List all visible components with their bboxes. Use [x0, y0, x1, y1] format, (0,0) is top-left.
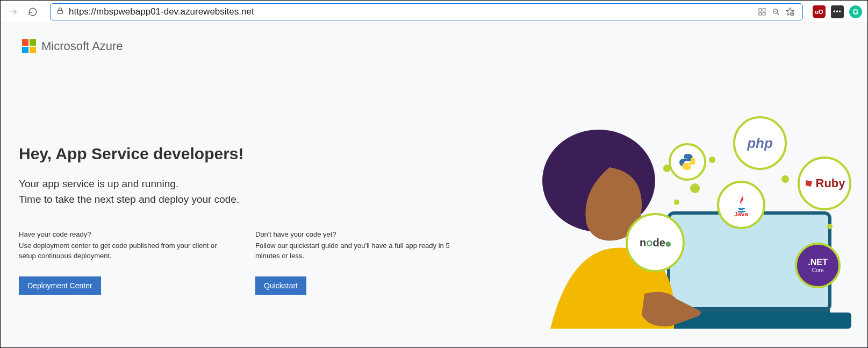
ublock-extension-icon[interactable]: uO: [813, 5, 826, 18]
decor-dot: [690, 183, 700, 193]
node-bubble-icon: node⬢: [626, 213, 685, 272]
php-bubble-icon: php: [733, 116, 787, 170]
address-bar[interactable]: https://mbspwebapp01-dev.azurewebsites.n…: [50, 3, 803, 20]
grammarly-extension-icon[interactable]: G: [849, 5, 862, 18]
lastpass-extension-icon[interactable]: •••: [831, 5, 844, 18]
browser-toolbar: https://mbspwebapp01-dev.azurewebsites.n…: [1, 1, 867, 23]
hero-subtitle-2: Time to take the next step and deploy yo…: [19, 191, 484, 207]
svg-rect-4: [763, 12, 765, 15]
lock-icon: [56, 6, 64, 17]
action-columns: Have your code ready? Use deployment cen…: [19, 230, 484, 295]
svg-text:Java: Java: [734, 210, 749, 216]
deployment-center-button[interactable]: Deployment Center: [19, 276, 101, 295]
qr-icon[interactable]: [755, 5, 769, 19]
url-text: https://mbspwebapp01-dev.azurewebsites.n…: [69, 6, 755, 17]
python-bubble-icon: [669, 143, 706, 181]
deployment-question: Have your code ready?: [19, 230, 218, 238]
azure-brand-header: Microsoft Azure: [1, 23, 867, 53]
quickstart-column: Don't have your code yet? Follow our qui…: [255, 230, 454, 295]
forward-button[interactable]: [6, 4, 21, 19]
quickstart-question: Don't have your code yet?: [255, 230, 454, 238]
brand-name: Microsoft Azure: [41, 39, 123, 53]
dotnet-bubble-icon: .NETCore: [795, 243, 841, 288]
svg-rect-3: [759, 12, 762, 15]
deployment-desc: Use deployment center to get code publis…: [19, 240, 218, 261]
quickstart-desc: Follow our quickstart guide and you'll h…: [255, 240, 454, 261]
favorite-icon[interactable]: [783, 5, 797, 19]
deployment-column: Have your code ready? Use deployment cen…: [19, 230, 218, 295]
java-bubble-icon: Java: [717, 181, 765, 229]
svg-rect-2: [763, 9, 765, 11]
hero-title: Hey, App Service developers!: [19, 145, 484, 163]
hero-subtitle-1: Your app service is up and running.: [19, 176, 484, 191]
svg-rect-1: [759, 9, 762, 11]
ruby-bubble-icon: Ruby: [798, 157, 851, 210]
reload-button[interactable]: [25, 4, 40, 19]
hero-illustration: php Java Ruby node⬢ .NETCore: [529, 116, 862, 342]
svg-rect-0: [58, 10, 62, 13]
decor-dot: [674, 200, 679, 205]
hero-section: Hey, App Service developers! Your app se…: [1, 53, 484, 295]
decor-dot: [709, 157, 715, 163]
decor-dot: [781, 175, 789, 183]
microsoft-logo-icon: [22, 39, 36, 53]
decor-dot: [827, 224, 833, 229]
zoom-out-icon[interactable]: [769, 5, 783, 19]
extensions-area: uO ••• G: [813, 5, 862, 18]
page-content: Microsoft Azure Hey, App Service develop…: [1, 23, 867, 347]
quickstart-button[interactable]: Quickstart: [255, 276, 306, 295]
